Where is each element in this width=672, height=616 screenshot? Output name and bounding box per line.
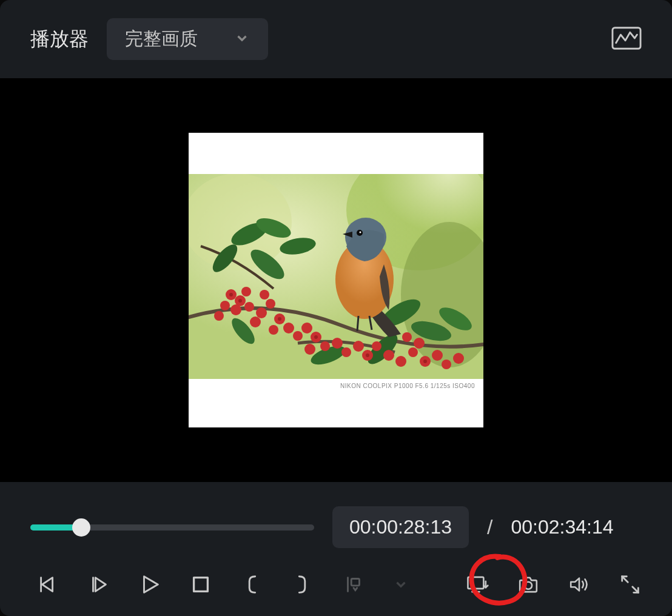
jump-dropdown-icon	[393, 571, 409, 598]
svg-point-40	[408, 347, 418, 357]
svg-point-22	[256, 307, 267, 318]
previous-frame-button[interactable]	[36, 571, 59, 598]
svg-point-46	[414, 338, 425, 349]
svg-point-28	[293, 331, 303, 341]
svg-point-34	[341, 347, 351, 357]
svg-point-52	[314, 335, 318, 339]
svg-point-26	[269, 325, 278, 335]
svg-point-18	[220, 301, 230, 310]
transport-buttons	[30, 571, 642, 598]
svg-point-23	[266, 299, 275, 309]
svg-point-31	[320, 341, 330, 351]
jump-to-button	[342, 571, 365, 598]
svg-point-39	[395, 356, 406, 367]
total-time: 00:02:34:14	[511, 516, 614, 538]
svg-marker-59	[42, 578, 53, 592]
svg-point-53	[366, 353, 369, 357]
svg-rect-64	[194, 578, 208, 592]
current-time[interactable]: 00:00:28:13	[332, 506, 469, 548]
svg-point-58	[360, 232, 361, 233]
svg-point-32	[304, 344, 315, 355]
preview-viewport: NIKON COOLPIX P1000 F5.6 1/125s ISO400	[0, 78, 672, 482]
svg-point-44	[453, 353, 464, 364]
svg-point-48	[214, 311, 224, 321]
mark-in-button[interactable]	[240, 571, 263, 598]
svg-point-21	[244, 302, 254, 312]
svg-marker-63	[144, 577, 158, 593]
svg-point-27	[283, 323, 294, 333]
progress-row: 00:00:28:13 / 00:02:34:14	[30, 506, 642, 548]
svg-point-51	[278, 317, 281, 321]
svg-rect-67	[468, 577, 483, 589]
svg-point-50	[238, 299, 242, 303]
svg-point-35	[353, 341, 364, 352]
svg-point-47	[260, 290, 269, 300]
render-preview-button[interactable]	[466, 571, 489, 598]
svg-point-70	[525, 582, 532, 589]
snapshot-button[interactable]	[517, 571, 540, 598]
svg-point-43	[442, 360, 451, 369]
chevron-down-icon	[234, 30, 250, 49]
fullscreen-button[interactable]	[619, 571, 642, 598]
svg-point-42	[432, 350, 443, 361]
progress-thumb[interactable]	[72, 518, 90, 537]
quality-selected-label: 完整画质	[125, 27, 198, 52]
svg-rect-66	[351, 579, 359, 586]
svg-point-19	[241, 287, 251, 296]
svg-point-54	[423, 360, 427, 363]
image-caption: NIKON COOLPIX P1000 F5.6 1/125s ISO400	[340, 383, 475, 389]
svg-point-20	[230, 304, 241, 315]
svg-point-33	[332, 338, 343, 349]
svg-point-24	[250, 316, 261, 327]
svg-point-37	[372, 341, 381, 351]
progress-slider[interactable]	[30, 524, 314, 531]
preview-frame: NIKON COOLPIX P1000 F5.6 1/125s ISO400	[189, 133, 483, 427]
player-controls: 00:00:28:13 / 00:02:34:14	[0, 482, 672, 616]
svg-point-29	[301, 323, 312, 333]
player-panel: 播放器 完整画质	[0, 0, 672, 616]
player-header: 播放器 完整画质	[0, 0, 672, 78]
player-title: 播放器	[30, 26, 89, 53]
svg-point-38	[383, 350, 394, 361]
quality-dropdown[interactable]: 完整画质	[107, 18, 268, 60]
svg-marker-62	[95, 578, 106, 592]
volume-button[interactable]	[568, 571, 591, 598]
svg-point-49	[229, 293, 233, 296]
mark-out-button[interactable]	[291, 571, 314, 598]
next-frame-button[interactable]	[87, 571, 110, 598]
scopes-button[interactable]	[611, 26, 642, 53]
play-button[interactable]	[138, 571, 161, 598]
stop-button[interactable]	[189, 571, 212, 598]
preview-image	[189, 174, 483, 379]
svg-point-45	[402, 332, 412, 342]
time-separator: /	[487, 515, 492, 539]
